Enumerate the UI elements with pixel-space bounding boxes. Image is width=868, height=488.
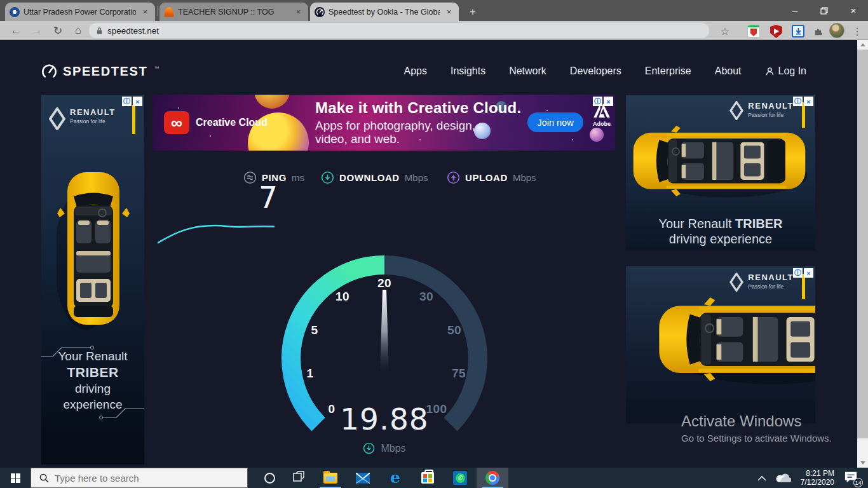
window-restore-button[interactable]	[810, 0, 839, 21]
tab-close-icon[interactable]: ×	[444, 6, 454, 17]
teacher-signup-favicon	[164, 7, 174, 17]
taskbar-edge[interactable]: e	[379, 468, 411, 488]
renault-ad-top-right[interactable]: ⓘ× RENAULTPassion for life	[626, 95, 815, 250]
speed-gauge: 0 1 5 10 20 30 50 75 100 19.88 Mbps	[270, 250, 499, 468]
taskbar-whatsapp[interactable]: ✆	[444, 468, 476, 488]
speed-sparkline	[156, 220, 276, 245]
nav-enterprise[interactable]: Enterprise	[645, 65, 691, 77]
nav-apps[interactable]: Apps	[404, 65, 427, 77]
renault-ad-left[interactable]: ⓘ× RENAULTPassion for life	[41, 95, 144, 464]
window-close-button[interactable]: ×	[839, 0, 868, 21]
download-result: DOWNLOAD Mbps	[321, 171, 428, 184]
nav-about[interactable]: About	[715, 65, 742, 77]
gauge-tick: 20	[377, 276, 391, 290]
ad-close-icon[interactable]: ×	[604, 97, 613, 106]
ad-info-icon[interactable]: ⓘ	[793, 97, 803, 106]
speedtest-favicon	[315, 7, 325, 17]
search-icon	[39, 473, 49, 483]
ad-car-image-horizontal	[631, 124, 808, 203]
ad-info-icon[interactable]: ⓘ	[593, 97, 602, 106]
window-minimize-button[interactable]: –	[780, 0, 810, 21]
page-scrollbar[interactable]	[857, 40, 868, 468]
site-header: SPEEDTEST ™ Apps Insights Network Develo…	[41, 57, 806, 86]
tab-uppcl[interactable]: Uttar Pradesh Power Corporation ×	[5, 3, 155, 21]
new-tab-button[interactable]: +	[465, 4, 481, 20]
system-tray: 8:21 PM 7/12/2020 14	[757, 469, 868, 487]
download-manager-extension-icon[interactable]	[792, 25, 804, 37]
taskbar-chrome[interactable]	[477, 468, 508, 488]
reload-button[interactable]: ↻	[50, 22, 66, 39]
clock-date: 7/12/2020	[801, 478, 834, 487]
tab-strip: Uttar Pradesh Power Corporation × TEACHE…	[0, 0, 868, 21]
file-explorer-icon	[323, 473, 337, 484]
shield-extension-icon[interactable]	[770, 25, 782, 38]
person-icon	[765, 67, 775, 76]
search-input[interactable]	[55, 473, 233, 484]
gauge-tick: 30	[419, 290, 433, 304]
extensions-puzzle-icon[interactable]	[810, 23, 826, 39]
renault-logo: RENAULTPassion for life	[729, 101, 794, 120]
login-link[interactable]: Log In	[765, 65, 806, 77]
forward-button[interactable]: →	[29, 22, 45, 39]
speedtest-page: SPEEDTEST ™ Apps Insights Network Develo…	[0, 40, 857, 468]
task-view-icon[interactable]	[293, 471, 304, 485]
ad-close-icon[interactable]: ×	[804, 97, 813, 106]
tab-title: Speedtest by Ookla - The Global	[329, 8, 440, 17]
creative-cloud-name: Creative Cloud	[196, 117, 268, 128]
tab-teacher-signup[interactable]: TEACHER SIGNUP :: TOG ×	[159, 3, 308, 21]
ad-text: Your Renault TRIBER driving experience	[626, 216, 815, 247]
webadvisor-extension-icon[interactable]	[747, 25, 760, 37]
bookmark-star-icon[interactable]: ☆	[717, 23, 733, 39]
notification-badge: 14	[853, 478, 863, 487]
onedrive-icon[interactable]	[776, 473, 791, 483]
uppcl-favicon	[10, 7, 20, 17]
ad-subline: Apps for photography, design, video, and…	[315, 119, 531, 146]
ad-close-icon[interactable]: ×	[804, 268, 813, 278]
tab-close-icon[interactable]: ×	[140, 6, 151, 17]
taskbar-store[interactable]	[412, 468, 444, 488]
join-now-button[interactable]: Join now	[527, 112, 583, 132]
tab-close-icon[interactable]: ×	[293, 6, 304, 17]
taskbar-mail[interactable]	[347, 468, 379, 488]
notification-center-icon[interactable]: 14	[844, 471, 860, 485]
cortana-icon[interactable]	[264, 473, 275, 484]
tab-title: Uttar Pradesh Power Corporation	[24, 8, 136, 17]
windows-logo-icon	[11, 473, 20, 483]
tab-title: TEACHER SIGNUP :: TOG	[178, 8, 289, 17]
mail-icon	[356, 473, 370, 484]
scroll-down-arrow[interactable]	[857, 458, 868, 468]
site-nav: Apps Insights Network Developers Enterpr…	[404, 65, 806, 77]
home-button[interactable]: ⌂	[70, 22, 86, 39]
taskbar-search[interactable]	[31, 468, 248, 488]
browser-menu-icon[interactable]: ⋮	[849, 23, 865, 39]
download-speed-unit: Mbps	[270, 442, 499, 454]
tab-speedtest-active[interactable]: Speedtest by Ookla - The Global ×	[310, 3, 459, 21]
tray-chevron-icon[interactable]	[757, 475, 766, 481]
taskbar-file-explorer[interactable]	[315, 468, 346, 488]
nav-insights[interactable]: Insights	[451, 65, 485, 77]
ad-info-icon[interactable]: ⓘ	[793, 268, 803, 278]
taskbar-clock[interactable]: 8:21 PM 7/12/2020	[801, 469, 834, 487]
scroll-up-arrow[interactable]	[857, 40, 868, 50]
download-icon	[321, 171, 334, 184]
start-button[interactable]	[0, 468, 31, 488]
renault-ad-bottom-right[interactable]: ⓘ× RENAULTPassion for life	[626, 266, 815, 423]
speedtest-logo[interactable]: SPEEDTEST ™	[41, 64, 159, 79]
scrollbar-thumb[interactable]	[857, 50, 868, 438]
ad-headline: Make it with Creative Cloud.	[315, 99, 531, 117]
gauge-tick: 75	[452, 367, 466, 381]
download-speed-value: 19.88	[270, 402, 499, 437]
whatsapp-icon: ✆	[453, 471, 467, 485]
gauge-tick: 10	[336, 290, 349, 304]
ad-close-icon[interactable]: ×	[133, 97, 142, 106]
browser-toolbar: ← → ↻ ⌂ speedtest.net ☆ ⋮	[0, 21, 868, 40]
back-button[interactable]: ←	[8, 22, 24, 39]
nav-network[interactable]: Network	[509, 65, 546, 77]
nav-developers[interactable]: Developers	[570, 65, 621, 77]
profile-avatar[interactable]	[829, 23, 844, 38]
chrome-icon	[485, 471, 499, 485]
screen: Uttar Pradesh Power Corporation × TEACHE…	[0, 0, 868, 488]
creative-cloud-ad[interactable]: ∞ Creative Cloud Make it with Creative C…	[153, 95, 615, 151]
address-bar[interactable]: speedtest.net	[89, 23, 709, 38]
ad-info-icon[interactable]: ⓘ	[122, 97, 132, 106]
